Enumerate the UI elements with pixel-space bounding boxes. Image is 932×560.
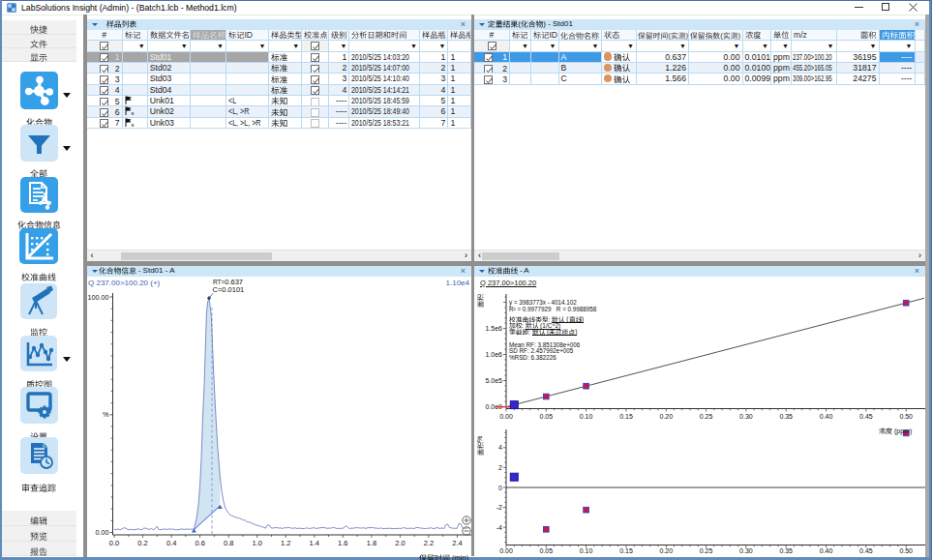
svg-text:100.00: 100.00 <box>87 292 108 301</box>
svg-text:1.0: 1.0 <box>252 538 261 546</box>
svg-text:0: 0 <box>498 484 502 490</box>
svg-text:0.15: 0.15 <box>619 547 633 554</box>
svg-text:%RSD: 6.382226: %RSD: 6.382226 <box>509 353 556 360</box>
svg-text:1.6: 1.6 <box>338 538 347 546</box>
svg-text:0.20: 0.20 <box>659 547 673 554</box>
svg-text:C=0.0101: C=0.0101 <box>212 284 244 293</box>
svg-text:0.40: 0.40 <box>820 412 833 419</box>
svg-text:R² = 0.9977929 R = 0.9988958: R² = 0.9977929 R = 0.9988958 <box>509 305 597 311</box>
svg-text:1.5e6: 1.5e6 <box>485 325 502 332</box>
svg-text:0.15: 0.15 <box>619 412 633 419</box>
svg-text:0.00: 0.00 <box>499 547 513 554</box>
svg-text:0.00: 0.00 <box>499 412 513 419</box>
svg-text:0.25: 0.25 <box>700 412 713 419</box>
svg-text:0.0: 0.0 <box>108 538 118 546</box>
svg-text:0.25: 0.25 <box>700 547 713 554</box>
svg-text:-2: -2 <box>496 504 502 511</box>
svg-text:0.10: 0.10 <box>580 412 593 419</box>
svg-text:0.45: 0.45 <box>859 547 873 554</box>
svg-text:0.05: 0.05 <box>539 547 553 554</box>
svg-text:-4: -4 <box>496 523 502 530</box>
svg-text:0.05: 0.05 <box>539 412 553 419</box>
svg-text:s: s <box>131 121 134 126</box>
svg-text:0.8: 0.8 <box>223 538 232 546</box>
svg-text:1.4: 1.4 <box>309 538 318 546</box>
svg-text:2.0: 2.0 <box>395 538 405 546</box>
svg-text:0.10: 0.10 <box>580 547 593 554</box>
svg-text:0.45: 0.45 <box>859 412 873 419</box>
svg-text:1.8: 1.8 <box>366 538 376 546</box>
svg-text:0.4: 0.4 <box>165 538 175 546</box>
svg-text:0.30: 0.30 <box>739 412 753 419</box>
svg-text:0.6: 0.6 <box>195 538 204 546</box>
svg-text:s: s <box>131 110 134 115</box>
svg-text:1.0e6: 1.0e6 <box>485 351 502 358</box>
svg-text:0.35: 0.35 <box>779 412 793 419</box>
svg-text:5.0e5: 5.0e5 <box>485 377 502 384</box>
svg-text:0.30: 0.30 <box>739 547 753 554</box>
svg-text:4: 4 <box>498 444 502 451</box>
svg-text:0.00: 0.00 <box>95 528 108 537</box>
svg-text:1.2: 1.2 <box>280 538 289 546</box>
svg-text:0.20: 0.20 <box>659 412 673 419</box>
svg-text:0.2: 0.2 <box>137 538 147 546</box>
svg-text:0.50: 0.50 <box>899 412 913 419</box>
svg-text:2: 2 <box>498 463 502 470</box>
svg-text:0.35: 0.35 <box>779 547 793 554</box>
svg-text:0.40: 0.40 <box>820 547 833 554</box>
svg-text:%: % <box>103 410 109 419</box>
